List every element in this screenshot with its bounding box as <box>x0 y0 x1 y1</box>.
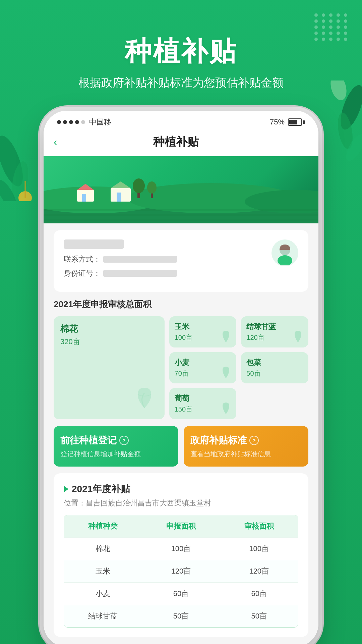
table-header-crop: 种植种类 <box>64 515 142 537</box>
table-cell-0-0: 棉花 <box>64 537 142 560</box>
contact-label: 联系方式： <box>64 254 101 264</box>
standard-arrow: > <box>249 436 259 445</box>
table-row: 棉花100亩100亩 <box>64 537 298 560</box>
subsidy-table: 种植种类 申报面积 审核面积 棉花100亩100亩玉米120亩120亩小麦60亩… <box>64 515 298 628</box>
subsidy-card: 2021年度补贴 位置：昌吉回族自治州昌吉市大西渠镇玉堂村 种植种类 申报面积 … <box>54 473 308 637</box>
page-title: 种植补贴 <box>0 34 362 70</box>
table-cell-2-1: 60亩 <box>142 582 220 605</box>
table-cell-0-1: 100亩 <box>142 537 220 560</box>
crop-right-grid: 玉米 100亩 结球甘蓝 120亩 <box>169 316 308 419</box>
subsidy-title: 2021年度补贴 <box>72 483 130 495</box>
crop-grid: 棉花 320亩 玉米 100亩 <box>54 316 308 419</box>
svg-marker-17 <box>111 181 131 188</box>
crop-card-big: 棉花 320亩 <box>54 316 165 419</box>
svg-point-27 <box>278 255 292 265</box>
user-avatar <box>272 239 298 266</box>
table-cell-3-0: 结球甘蓝 <box>64 605 142 627</box>
table-row: 小麦60亩60亩 <box>64 582 298 605</box>
table-cell-1-1: 120亩 <box>142 560 220 582</box>
landscape-scene <box>44 170 318 223</box>
page-subtitle: 根据政府补贴补贴标准为您预估补贴金额 <box>0 75 362 91</box>
contact-field: 联系方式： <box>64 254 272 264</box>
crop-icon-putao <box>218 399 234 417</box>
table-cell-3-2: 50亩 <box>220 605 298 627</box>
action-row: 前往种植登记 > 登记种植信息增加补贴金额 政府补贴标准 > 查看当地政府补贴标… <box>54 426 308 467</box>
crop-icon-xiaomai <box>218 363 234 381</box>
crop-icon-jieqiu <box>290 327 306 345</box>
subsidy-header: 2021年度补贴 <box>64 483 298 495</box>
carrier-name: 中国移 <box>89 117 111 127</box>
phone-frame: 中国移 75% ‹ 种植补贴 <box>44 111 318 644</box>
register-title: 前往种植登记 > <box>60 434 172 447</box>
id-value-blurred <box>103 270 177 277</box>
table-header-reviewed: 审核面积 <box>220 515 298 537</box>
crop-card-putao: 葡萄 150亩 <box>169 388 237 419</box>
contact-value-blurred <box>103 256 177 263</box>
table-row: 结球甘蓝50亩50亩 <box>64 605 298 627</box>
crop-icon-yumi <box>218 327 234 345</box>
signal-area: 中国移 <box>57 117 111 127</box>
crop-card-baocai: 包菜 50亩 <box>241 352 308 383</box>
battery-area: 75% <box>270 118 305 126</box>
table-cell-1-2: 120亩 <box>220 560 298 582</box>
id-field: 身份证号： <box>64 268 272 278</box>
table-header-row: 种植种类 申报面积 审核面积 <box>64 515 298 537</box>
header-area: 种植补贴 根据政府补贴补贴标准为您预估补贴金额 <box>0 0 362 91</box>
crop-card-jieqiu: 结球甘蓝 120亩 <box>241 316 308 347</box>
svg-point-20 <box>133 178 145 193</box>
register-button[interactable]: 前往种植登记 > 登记种植信息增加补贴金额 <box>54 426 178 467</box>
phone-wrapper: 中国移 75% ‹ 种植补贴 <box>0 111 362 644</box>
table-cell-2-0: 小麦 <box>64 582 142 605</box>
app-navbar: ‹ 种植补贴 <box>44 131 318 156</box>
subsidy-triangle-icon <box>64 486 68 492</box>
signal-dot-3 <box>69 120 73 124</box>
id-label: 身份证号： <box>64 268 101 278</box>
svg-rect-18 <box>117 193 121 202</box>
battery-percent: 75% <box>270 118 285 126</box>
battery-icon <box>288 118 305 126</box>
subsidy-location: 位置：昌吉回族自治州昌吉市大西渠镇玉堂村 <box>64 498 298 508</box>
crop-big-icon <box>128 381 161 416</box>
standard-button[interactable]: 政府补贴标准 > 查看当地政府补贴标准信息 <box>184 426 308 467</box>
table-cell-3-1: 50亩 <box>142 605 220 627</box>
user-card: 联系方式： 身份证号： <box>54 230 308 292</box>
signal-dot-1 <box>57 120 61 124</box>
phone-content: 联系方式： 身份证号： <box>44 223 318 644</box>
crop-name-baocai: 包菜 <box>246 358 303 368</box>
hero-image <box>44 156 318 223</box>
signal-dot-4 <box>75 120 79 124</box>
standard-desc: 查看当地政府补贴标准信息 <box>190 449 302 459</box>
register-arrow: > <box>119 436 129 445</box>
user-info: 联系方式： 身份证号： <box>64 239 272 282</box>
crop-card-xiaomai: 小麦 70亩 <box>169 352 237 383</box>
crop-card-yumi: 玉米 100亩 <box>169 316 237 347</box>
table-header-declared: 申报面积 <box>142 515 220 537</box>
table-cell-2-2: 60亩 <box>220 582 298 605</box>
standard-title: 政府补贴标准 > <box>190 434 302 447</box>
crop-area-baocai: 50亩 <box>246 369 303 378</box>
table-cell-1-0: 玉米 <box>64 560 142 582</box>
signal-dot-5 <box>81 120 85 124</box>
table-row: 玉米120亩120亩 <box>64 560 298 582</box>
signal-dot-2 <box>63 120 67 124</box>
svg-point-22 <box>147 181 157 194</box>
register-desc: 登记种植信息增加补贴金额 <box>60 449 172 459</box>
user-name-blurred <box>64 239 124 249</box>
crop-section-title: 2021年度申报审核总面积 <box>54 299 308 310</box>
back-button[interactable]: ‹ <box>54 136 57 148</box>
status-bar: 中国移 75% <box>44 111 318 131</box>
nav-title: 种植补贴 <box>57 134 295 150</box>
crop-big-name: 棉花 <box>60 323 158 335</box>
crop-big-area: 320亩 <box>60 337 158 347</box>
table-cell-0-2: 100亩 <box>220 537 298 560</box>
svg-rect-15 <box>82 194 86 202</box>
